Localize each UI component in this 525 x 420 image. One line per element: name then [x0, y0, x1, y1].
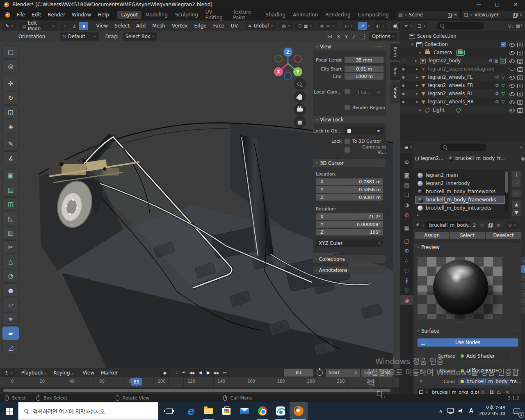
tray-expand-icon[interactable]: ∧ [436, 408, 445, 414]
cursor-location-z-field[interactable]: Z0.9387 m [316, 194, 383, 201]
mesh-data-icon[interactable]: ▽ [502, 99, 505, 105]
measure-tool[interactable]: ∡ [2, 151, 19, 165]
expand-icon[interactable]: ▸ [414, 59, 418, 63]
mirror-y-button[interactable]: Y [343, 33, 350, 40]
expand-icon[interactable]: ▸ [415, 100, 419, 104]
preview-flat-button[interactable]: ▭ [521, 257, 525, 265]
extrude-region-tool[interactable]: ▤ [2, 183, 19, 196]
modifier-wrench-icon[interactable]: ⚙ [495, 91, 499, 96]
hide-eye-icon[interactable] [509, 75, 515, 80]
inset-faces-tool[interactable]: ◫ [2, 197, 19, 211]
expand-icon[interactable]: ▾ [410, 42, 414, 46]
filter-icon[interactable]: ▽∨ [508, 23, 514, 29]
next-keyframe-button[interactable]: ◆▶ [212, 370, 221, 376]
knife-tool[interactable]: ✂ [2, 240, 19, 254]
n-panel-tab-item[interactable]: Item [390, 44, 400, 60]
start-button[interactable] [0, 402, 18, 420]
new-material-icon[interactable] [486, 221, 494, 229]
drag-dropdown[interactable]: Select Box∨ [123, 32, 158, 41]
preview-grip[interactable]: ···· [457, 320, 464, 325]
image-fake-user-icon[interactable]: ◇ [479, 388, 487, 394]
action-center-button[interactable]: 5 [509, 402, 525, 420]
slot-list-scrollbar[interactable] [505, 171, 508, 212]
tab-modifiers[interactable]: ⚙ [400, 246, 413, 256]
add-cube-tool[interactable]: ▣ [2, 169, 19, 182]
close-button[interactable]: ✕ [507, 0, 525, 9]
cursor-rotation-x-field[interactable]: X71.2° [316, 213, 383, 220]
disable-render-icon[interactable] [517, 66, 523, 71]
auto-keying-button[interactable]: ● [160, 369, 170, 377]
mesh-data-icon[interactable]: ▽ [502, 91, 505, 96]
modifier-stack-icon[interactable]: ▦ [494, 59, 498, 63]
select-box-tool[interactable]: ▢ [2, 45, 19, 59]
poly-build-tool[interactable]: △ [2, 255, 19, 268]
slot-move-up-button[interactable]: ▲ [512, 201, 521, 208]
blender-menu-icon[interactable] [5, 12, 10, 18]
mesh-data-icon[interactable]: ▽ [502, 83, 505, 88]
remove-slot-button[interactable]: − [512, 179, 521, 187]
add-slot-button[interactable]: ＋ [512, 171, 521, 178]
disable-render-icon[interactable] [517, 42, 523, 47]
jump-to-end-button[interactable]: ⏭ [221, 370, 229, 376]
timeline-ruler[interactable]: 240220200180160140120100806040200 83 [0, 377, 400, 387]
tab-scene[interactable]: ◑ [400, 200, 413, 210]
color-value-field[interactable]: bruckell_m_body_fra... [458, 378, 510, 385]
material-slot[interactable]: legran2_main [415, 171, 505, 179]
whale-browser-taskbar-icon[interactable] [272, 402, 290, 420]
outliner-editor-type-icon[interactable]: ≡∨ [402, 22, 414, 30]
disable-render-icon[interactable] [517, 91, 523, 96]
preview-monkey-button[interactable]: Ω [521, 290, 525, 297]
preview-cloth-button[interactable]: ψ [521, 298, 525, 306]
camera-view-button[interactable] [294, 103, 306, 116]
rotate-tool[interactable]: ↻ [2, 91, 19, 105]
tab-object[interactable]: ▢ [400, 236, 413, 246]
new-scene-icon[interactable] [448, 13, 452, 17]
camera-data-icon[interactable] [456, 50, 465, 56]
blender-taskbar-icon[interactable] [290, 402, 308, 420]
cursor-location-x-field[interactable]: X0.7881 m [316, 178, 383, 185]
mirror-z-button[interactable]: Z [351, 33, 358, 40]
expand-icon[interactable]: ▸ [415, 75, 419, 79]
workspace-tab-compositing[interactable]: Compositing [354, 11, 393, 19]
menu-help[interactable]: Help [94, 12, 112, 18]
rip-region-tool[interactable]: ◿ [2, 341, 19, 354]
workspace-tab-rendering[interactable]: Rendering [322, 11, 354, 19]
lock-3d-cursor-checkbox[interactable] [345, 139, 350, 144]
modifier-wrench-icon[interactable]: ⚙ [488, 58, 493, 64]
mail-taskbar-icon[interactable] [235, 402, 253, 420]
edge-select-mode-button[interactable]: ∠ [70, 22, 79, 30]
modifier-wrench-icon[interactable]: ⚙ [495, 75, 499, 80]
spin-tool[interactable]: ◔ [2, 269, 19, 283]
collection-checkbox[interactable]: ✓ [501, 42, 506, 47]
pin-icon[interactable]: ◉ [521, 155, 525, 161]
local-camera-field[interactable]: Ca...× [352, 89, 383, 96]
disable-render-icon[interactable] [517, 75, 523, 80]
menu-edge[interactable]: Edge [191, 23, 210, 29]
outliner-row-light[interactable]: ▸ Light [400, 106, 525, 114]
show-gizmo-selector[interactable]: ▻∨ [342, 22, 356, 30]
image-open-folder-icon[interactable]: 🗀 [495, 388, 503, 394]
network-icon[interactable] [445, 408, 456, 414]
outliner-search-input[interactable] [437, 22, 484, 30]
jump-to-start-button[interactable]: ⏮ [180, 370, 188, 376]
menu-uv[interactable]: UV [228, 23, 241, 29]
mode-selector[interactable]: ◻Edit Mode∨ [19, 22, 57, 30]
modifier-wrench-icon[interactable]: ⚙ [495, 83, 499, 88]
outliner-row-collection[interactable]: ▾ Collection ✓ [400, 40, 525, 48]
unlink-material-icon[interactable]: × [494, 221, 503, 229]
delete-scene-icon[interactable]: × [454, 12, 458, 18]
auto-keying-dropdown-icon[interactable]: ∨ [176, 371, 178, 374]
outliner-row-suspensiondiagram[interactable]: ● ▸ ▼ legran2_suspensiondiagram [400, 65, 525, 73]
select-button[interactable]: Select [450, 232, 485, 239]
outliner-row-scene-collection[interactable]: Scene Collection [400, 32, 525, 40]
ime-indicator[interactable]: A [467, 407, 476, 415]
cursor-location-y-field[interactable]: Y-0.5856 m [316, 186, 383, 193]
breadcrumb-object[interactable]: legran2... [421, 155, 443, 161]
clip-start-field[interactable]: 0.01 m [345, 66, 383, 72]
gizmo-toggle-button[interactable]: ↗ [358, 22, 367, 30]
material-browse-icon[interactable]: ∨ [414, 221, 426, 229]
properties-editor-type-icon[interactable]: ☰∨ [402, 143, 414, 151]
outliner-row-wheels-fl[interactable]: ● ▸ ▼ legran2_wheels_FL ⚙ ▽ [400, 73, 525, 81]
clip-end-field[interactable]: 1000 m [345, 73, 383, 80]
scale-tool[interactable]: ◱ [2, 105, 19, 119]
